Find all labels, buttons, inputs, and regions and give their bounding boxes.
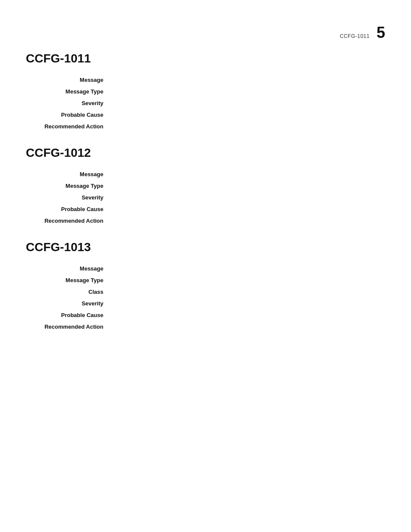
entry-ccfg-1013-field-4-label: Probable Cause bbox=[26, 309, 112, 321]
entry-ccfg-1011-field-0-value bbox=[112, 74, 385, 86]
table-row: Class bbox=[26, 286, 385, 298]
entry-ccfg-1012-field-4-label: Recommended Action bbox=[26, 215, 112, 227]
entry-ccfg-1013-table: MessageMessage TypeClassSeverityProbable… bbox=[26, 263, 385, 333]
entry-ccfg-1011-field-4-label: Recommended Action bbox=[26, 121, 112, 132]
entry-ccfg-1012-title: CCFG-1012 bbox=[26, 146, 385, 160]
entry-ccfg-1011-table: MessageMessage TypeSeverityProbable Caus… bbox=[26, 74, 385, 132]
table-row: Message Type bbox=[26, 86, 385, 97]
entry-ccfg-1013-field-2-label: Class bbox=[26, 286, 112, 298]
table-row: Probable Cause bbox=[26, 309, 385, 321]
entry-ccfg-1011-title: CCFG-1011 bbox=[26, 52, 385, 65]
entry-ccfg-1013-field-1-label: Message Type bbox=[26, 274, 112, 286]
entry-ccfg-1012-table: MessageMessage TypeSeverityProbable Caus… bbox=[26, 168, 385, 227]
entry-ccfg-1013: CCFG-1013MessageMessage TypeClassSeverit… bbox=[26, 240, 385, 333]
entry-ccfg-1012-field-4-value bbox=[112, 215, 385, 227]
page-content: CCFG-1011MessageMessage TypeSeverityProb… bbox=[26, 52, 385, 346]
entry-ccfg-1011-field-1-label: Message Type bbox=[26, 86, 112, 97]
table-row: Message Type bbox=[26, 180, 385, 192]
entry-ccfg-1013-field-5-value bbox=[112, 321, 385, 333]
entry-ccfg-1013-field-0-label: Message bbox=[26, 263, 112, 274]
entry-ccfg-1011-field-4-value bbox=[112, 121, 385, 132]
entry-ccfg-1011-field-2-value bbox=[112, 97, 385, 109]
entry-ccfg-1011: CCFG-1011MessageMessage TypeSeverityProb… bbox=[26, 52, 385, 132]
entry-ccfg-1013-field-4-value bbox=[112, 309, 385, 321]
table-row: Message bbox=[26, 168, 385, 180]
table-row: Message bbox=[26, 74, 385, 86]
table-row: Severity bbox=[26, 192, 385, 203]
table-row: Severity bbox=[26, 97, 385, 109]
entry-ccfg-1012-field-3-label: Probable Cause bbox=[26, 203, 112, 215]
table-row: Probable Cause bbox=[26, 109, 385, 121]
page-header: CCFG-1011 5 bbox=[340, 24, 385, 42]
entry-ccfg-1011-field-3-label: Probable Cause bbox=[26, 109, 112, 121]
table-row: Recommended Action bbox=[26, 215, 385, 227]
entry-ccfg-1011-field-3-value bbox=[112, 109, 385, 121]
entry-ccfg-1012: CCFG-1012MessageMessage TypeSeverityProb… bbox=[26, 146, 385, 227]
entry-ccfg-1013-field-3-value bbox=[112, 298, 385, 309]
page-header-number: 5 bbox=[377, 24, 385, 42]
entry-ccfg-1013-field-5-label: Recommended Action bbox=[26, 321, 112, 333]
entry-ccfg-1011-field-1-value bbox=[112, 86, 385, 97]
entry-ccfg-1012-field-0-label: Message bbox=[26, 168, 112, 180]
entry-ccfg-1013-field-3-label: Severity bbox=[26, 298, 112, 309]
entry-ccfg-1011-field-0-label: Message bbox=[26, 74, 112, 86]
entry-ccfg-1013-field-0-value bbox=[112, 263, 385, 274]
table-row: Message bbox=[26, 263, 385, 274]
table-row: Recommended Action bbox=[26, 321, 385, 333]
table-row: Message Type bbox=[26, 274, 385, 286]
table-row: Probable Cause bbox=[26, 203, 385, 215]
entry-ccfg-1012-field-0-value bbox=[112, 168, 385, 180]
entry-ccfg-1012-field-1-label: Message Type bbox=[26, 180, 112, 192]
table-row: Recommended Action bbox=[26, 121, 385, 132]
entry-ccfg-1013-field-2-value bbox=[112, 286, 385, 298]
entry-ccfg-1013-field-1-value bbox=[112, 274, 385, 286]
entry-ccfg-1012-field-2-value bbox=[112, 192, 385, 203]
page-header-code: CCFG-1011 bbox=[340, 33, 370, 39]
entry-ccfg-1011-field-2-label: Severity bbox=[26, 97, 112, 109]
entry-ccfg-1012-field-2-label: Severity bbox=[26, 192, 112, 203]
entry-ccfg-1013-title: CCFG-1013 bbox=[26, 240, 385, 254]
entry-ccfg-1012-field-3-value bbox=[112, 203, 385, 215]
table-row: Severity bbox=[26, 298, 385, 309]
entry-ccfg-1012-field-1-value bbox=[112, 180, 385, 192]
